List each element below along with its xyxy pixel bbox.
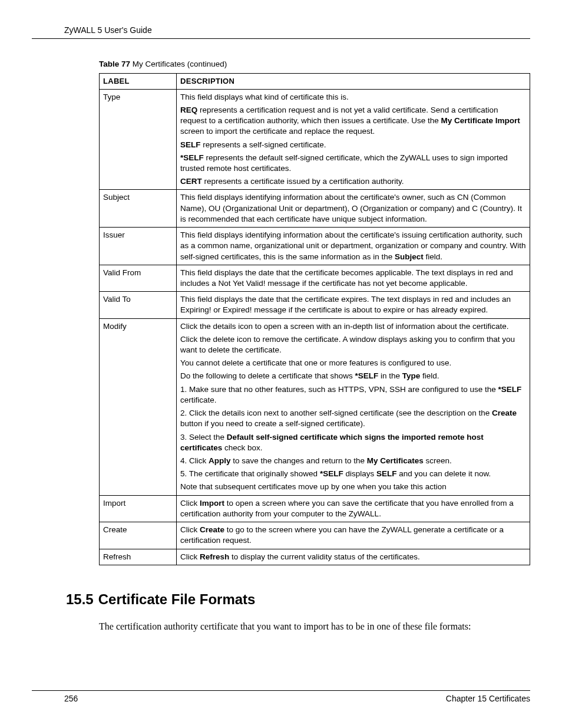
description-cell: Click Refresh to display the current val… <box>177 549 530 565</box>
label-cell: Create <box>100 522 177 549</box>
label-cell: Refresh <box>100 549 177 565</box>
table-number: Table 77 <box>99 60 130 68</box>
label-cell: Import <box>100 495 177 522</box>
description-cell: This field displays identifying informat… <box>177 228 530 265</box>
label-cell: Modify <box>100 318 177 495</box>
table-row: Issuer This field displays identifying i… <box>100 228 530 265</box>
desc-line: This field displays identifying informat… <box>180 230 526 262</box>
table-row: Create Click Create to go to the screen … <box>100 522 530 549</box>
section-number: 15.5 <box>66 591 94 607</box>
section-block: 15.5Certificate File Formats <box>66 590 530 609</box>
table-caption: Table 77 My Certificates (continued) <box>99 59 530 70</box>
description-cell: Click Create to go to the screen where y… <box>177 522 530 549</box>
table-title: My Certificates (continued) <box>130 60 227 68</box>
col-header-label: LABEL <box>100 74 177 90</box>
description-cell: This field displays the date that the ce… <box>177 265 530 291</box>
desc-line: *SELF represents the default self-signed… <box>180 153 526 174</box>
description-cell: Click Import to open a screen where you … <box>177 495 530 522</box>
desc-line: 2. Click the details icon next to anothe… <box>180 408 526 429</box>
desc-line: 4. Click Apply to save the changes and r… <box>180 456 526 466</box>
table-header-row: LABEL DESCRIPTION <box>100 74 530 90</box>
label-cell: Valid From <box>100 265 177 291</box>
my-certificates-table: LABEL DESCRIPTION Type This field displa… <box>99 73 530 565</box>
desc-line: This field displays the date that the ce… <box>180 268 526 289</box>
description-cell: This field displays the date that the ce… <box>177 292 530 318</box>
desc-line: Click Create to go to the screen where y… <box>180 525 526 546</box>
label-cell: Subject <box>100 190 177 228</box>
section-title: Certificate File Formats <box>98 591 256 607</box>
label-cell: Valid To <box>100 292 177 318</box>
page-footer: 256 Chapter 15 Certificates <box>32 690 530 704</box>
col-header-description: DESCRIPTION <box>177 74 530 90</box>
chapter-label: Chapter 15 Certificates <box>446 693 530 704</box>
description-cell: This field displays what kind of certifi… <box>177 89 530 190</box>
desc-line: Note that subsequent certificates move u… <box>180 482 526 492</box>
table-row: Subject This field displays identifying … <box>100 190 530 228</box>
table-row: Import Click Import to open a screen whe… <box>100 495 530 522</box>
desc-line: This field displays what kind of certifi… <box>180 92 526 103</box>
section-heading: 15.5Certificate File Formats <box>66 590 530 609</box>
label-cell: Type <box>100 89 177 190</box>
desc-line: 5. The certificate that originally showe… <box>180 469 526 479</box>
table-row: Type This field displays what kind of ce… <box>100 89 530 190</box>
section-body: The certification authority certificate … <box>99 620 530 633</box>
desc-line: SELF represents a self-signed certificat… <box>180 140 526 150</box>
desc-line: Click Refresh to display the current val… <box>180 552 526 562</box>
table-row: Valid From This field displays the date … <box>100 265 530 291</box>
table-row: Valid To This field displays the date th… <box>100 292 530 318</box>
page-number: 256 <box>64 693 78 704</box>
description-cell: This field displays identifying informat… <box>177 190 530 228</box>
desc-line: 1. Make sure that no other features, suc… <box>180 384 526 406</box>
desc-line: Do the following to delete a certificate… <box>180 371 526 381</box>
table-row: Refresh Click Refresh to display the cur… <box>100 549 530 565</box>
desc-line: Click the details icon to open a screen … <box>180 321 526 332</box>
table-container: Table 77 My Certificates (continued) LAB… <box>99 59 530 565</box>
page-header-rule: ZyWALL 5 User's Guide <box>32 25 530 39</box>
running-header: ZyWALL 5 User's Guide <box>64 25 530 36</box>
desc-line: CERT represents a certificate issued by … <box>180 176 526 187</box>
desc-line: This field displays the date that the ce… <box>180 294 526 315</box>
page: ZyWALL 5 User's Guide Table 77 My Certif… <box>0 0 562 728</box>
table-row: Modify Click the details icon to open a … <box>100 318 530 495</box>
desc-line: This field displays identifying informat… <box>180 192 526 225</box>
desc-line: 3. Select the Default self-signed certif… <box>180 432 526 453</box>
label-cell: Issuer <box>100 228 177 265</box>
description-cell: Click the details icon to open a screen … <box>177 318 530 495</box>
desc-line: Click the delete icon to remove the cert… <box>180 334 526 355</box>
desc-line: REQ represents a certification request a… <box>180 105 526 137</box>
desc-line: You cannot delete a certificate that one… <box>180 358 526 368</box>
desc-line: Click Import to open a screen where you … <box>180 498 526 519</box>
